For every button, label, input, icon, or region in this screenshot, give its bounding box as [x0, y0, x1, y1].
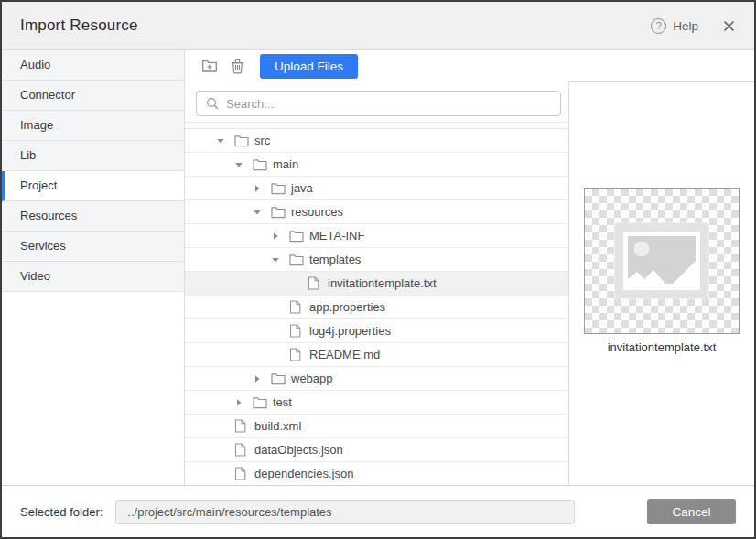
tree-row[interactable]: java — [185, 177, 568, 200]
file-icon — [289, 348, 308, 361]
preview-image-box — [584, 188, 740, 334]
caret-right-icon[interactable] — [253, 184, 271, 193]
tree-row-label: templates — [308, 253, 361, 266]
sidebar-item-label: Image — [20, 118, 53, 132]
tree-row-label: app.properties — [308, 300, 385, 314]
tree-row[interactable]: log4j.properties — [185, 319, 568, 343]
tree-row-label: log4j.properties — [308, 324, 391, 338]
caret-right-icon[interactable] — [234, 398, 253, 407]
tree-row-label: dataObjects.json — [253, 443, 343, 457]
selected-folder-input[interactable] — [115, 500, 575, 524]
dialog-body: AudioConnectorImageLibProjectResourcesSe… — [2, 50, 754, 485]
sidebar-item-audio[interactable]: Audio — [2, 50, 184, 81]
tree-row[interactable]: main — [185, 153, 568, 177]
sidebar-item-label: Lib — [20, 148, 36, 162]
folder-icon — [289, 230, 308, 243]
sidebar-item-label: Connector — [20, 88, 75, 102]
help-button[interactable]: ? Help — [651, 18, 698, 34]
preview-caption: invitationtemplate.txt — [569, 340, 754, 354]
file-icon — [234, 443, 253, 457]
close-button[interactable] — [722, 19, 736, 33]
file-tree-panel: srcmainjavaresourcesMETA-INFtemplatesinv… — [185, 81, 569, 485]
help-label: Help — [673, 19, 698, 33]
tree-row-label: webapp — [289, 372, 333, 385]
dialog-title: Import Resource — [20, 16, 138, 35]
tree-row-label: src — [253, 134, 270, 147]
tree-row[interactable]: META-INF — [185, 224, 568, 248]
folder-icon — [253, 158, 271, 171]
tree-row[interactable]: webapp — [185, 367, 568, 391]
tree-row-label: invitationtemplate.txt — [326, 276, 437, 290]
tree-row-label: README.md — [308, 348, 380, 361]
dialog-footer: Selected folder: Cancel — [2, 485, 754, 537]
sidebar-item-resources[interactable]: Resources — [2, 201, 184, 232]
trash-icon — [231, 59, 244, 74]
tree-row[interactable]: invitationtemplate.txt — [185, 272, 568, 296]
folder-icon — [253, 396, 271, 409]
tree-row[interactable]: resources — [185, 200, 568, 224]
folder-icon — [271, 372, 289, 385]
file-icon — [308, 276, 326, 290]
search-input[interactable] — [226, 97, 551, 111]
delete-button[interactable] — [223, 54, 251, 78]
tree-row[interactable]: README.md — [185, 343, 568, 367]
tree-row-label: resources — [289, 205, 343, 219]
sidebar-item-services[interactable]: Services — [2, 232, 184, 262]
sidebar: AudioConnectorImageLibProjectResourcesSe… — [2, 50, 185, 485]
caret-right-icon[interactable] — [271, 232, 289, 241]
cancel-button[interactable]: Cancel — [647, 499, 736, 524]
sidebar-item-video[interactable]: Video — [2, 262, 184, 292]
tree-row-label: META-INF — [308, 229, 364, 243]
folder-icon — [289, 253, 308, 266]
file-icon — [234, 467, 253, 480]
sidebar-item-label: Resources — [20, 209, 77, 222]
new-folder-button[interactable] — [196, 54, 223, 78]
file-icon — [289, 324, 308, 338]
sidebar-item-label: Video — [20, 269, 50, 283]
sidebar-item-label: Project — [20, 178, 57, 192]
folder-icon — [271, 182, 289, 195]
sidebar-item-connector[interactable]: Connector — [2, 81, 184, 111]
folder-icon — [234, 135, 253, 147]
caret-right-icon[interactable] — [253, 374, 271, 383]
sidebar-item-image[interactable]: Image — [2, 111, 184, 141]
tree-row-label: main — [271, 157, 298, 171]
import-resource-dialog: Import Resource ? Help AudioConnectorIma… — [0, 0, 756, 539]
tree-row-label: test — [271, 395, 292, 409]
sidebar-item-project[interactable]: Project — [2, 171, 184, 201]
help-icon: ? — [651, 18, 666, 34]
image-placeholder-icon — [614, 222, 709, 299]
tree-row-label: java — [289, 181, 313, 195]
sidebar-item-lib[interactable]: Lib — [2, 141, 184, 171]
tree-row[interactable]: test — [185, 391, 568, 415]
toolbar: Upload Files — [185, 50, 754, 81]
tree-row[interactable]: templates — [185, 248, 568, 272]
caret-down-icon[interactable] — [271, 255, 289, 264]
file-tree: srcmainjavaresourcesMETA-INFtemplatesinv… — [185, 129, 568, 485]
tree-row[interactable]: dependencies.json — [185, 462, 568, 485]
selected-folder-label: Selected folder: — [20, 505, 103, 519]
dialog-header: Import Resource ? Help — [2, 2, 754, 50]
tree-row[interactable]: app.properties — [185, 296, 568, 319]
folder-icon — [271, 206, 289, 219]
caret-down-icon[interactable] — [216, 136, 234, 146]
new-folder-icon — [201, 59, 218, 73]
main-panel: Upload Files srcmainjavaresourcesMETA-IN… — [185, 50, 754, 485]
search-box — [196, 91, 561, 116]
file-icon — [234, 419, 253, 433]
tree-row[interactable]: build.xml — [185, 415, 568, 438]
caret-down-icon[interactable] — [234, 160, 253, 169]
close-icon — [722, 19, 736, 33]
content-area: srcmainjavaresourcesMETA-INFtemplatesinv… — [185, 81, 754, 485]
search-icon — [206, 97, 219, 110]
file-icon — [289, 300, 308, 314]
tree-row[interactable]: dataObjects.json — [185, 438, 568, 462]
sidebar-item-label: Audio — [20, 58, 50, 71]
preview-panel: invitationtemplate.txt — [569, 81, 754, 485]
header-actions: ? Help — [651, 18, 736, 34]
caret-down-icon[interactable] — [253, 208, 271, 217]
upload-files-button[interactable]: Upload Files — [260, 54, 358, 79]
tree-row-label: build.xml — [253, 419, 301, 433]
tree-row[interactable]: src — [185, 129, 568, 153]
tree-row-label: dependencies.json — [253, 467, 353, 480]
